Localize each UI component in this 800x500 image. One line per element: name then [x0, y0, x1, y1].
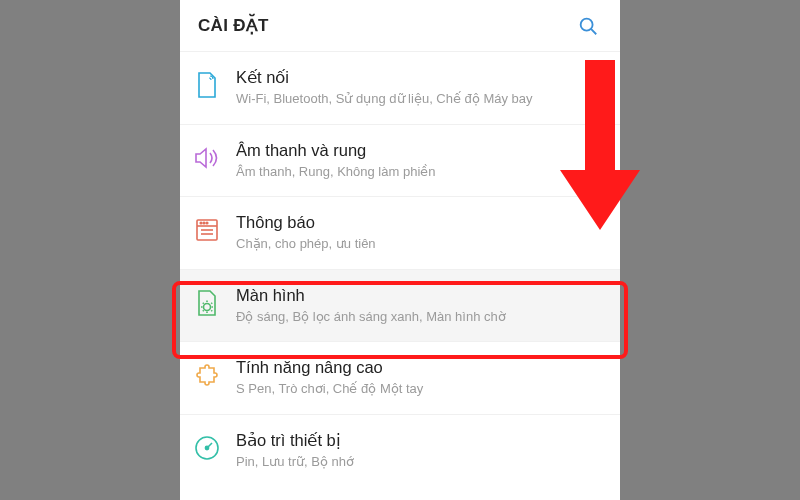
- item-subtitle: Pin, Lưu trữ, Bộ nhớ: [236, 453, 602, 471]
- settings-list: Kết nối Wi-Fi, Bluetooth, Sử dụng dữ liệ…: [180, 52, 620, 486]
- settings-item-connections[interactable]: Kết nối Wi-Fi, Bluetooth, Sử dụng dữ liệ…: [180, 52, 620, 124]
- item-subtitle: S Pen, Trò chơi, Chế độ Một tay: [236, 380, 602, 398]
- settings-item-maintenance[interactable]: Bảo trì thiết bị Pin, Lưu trữ, Bộ nhớ: [180, 414, 620, 487]
- item-subtitle: Chặn, cho phép, ưu tiên: [236, 235, 602, 253]
- svg-line-14: [203, 302, 204, 303]
- svg-point-9: [204, 303, 211, 310]
- item-subtitle: Âm thanh, Rung, Không làm phiền: [236, 163, 602, 181]
- svg-point-6: [206, 222, 208, 224]
- svg-point-4: [200, 222, 202, 224]
- svg-line-16: [203, 310, 204, 311]
- svg-line-15: [211, 302, 212, 303]
- sim-icon: [192, 70, 222, 100]
- settings-item-advanced[interactable]: Tính năng nâng cao S Pen, Trò chơi, Chế …: [180, 341, 620, 414]
- item-subtitle: Wi-Fi, Bluetooth, Sử dụng dữ liệu, Chế đ…: [236, 90, 602, 108]
- item-title: Kết nối: [236, 68, 602, 87]
- search-button[interactable]: [574, 12, 602, 40]
- svg-line-1: [591, 29, 596, 34]
- speaker-icon: [192, 143, 222, 173]
- header-bar: CÀI ĐẶT: [180, 0, 620, 52]
- search-icon: [577, 15, 599, 37]
- item-title: Màn hình: [236, 286, 602, 305]
- item-title: Thông báo: [236, 213, 602, 232]
- puzzle-icon: [192, 360, 222, 390]
- appwindow-icon: [192, 215, 222, 245]
- gauge-icon: [192, 433, 222, 463]
- svg-point-5: [203, 222, 205, 224]
- svg-line-17: [211, 310, 212, 311]
- settings-item-sound[interactable]: Âm thanh và rung Âm thanh, Rung, Không l…: [180, 124, 620, 197]
- settings-item-display[interactable]: Màn hình Độ sáng, Bộ lọc ánh sáng xanh, …: [180, 269, 620, 342]
- item-subtitle: Độ sáng, Bộ lọc ánh sáng xanh, Màn hình …: [236, 308, 602, 326]
- item-title: Tính năng nâng cao: [236, 358, 602, 377]
- item-title: Bảo trì thiết bị: [236, 431, 602, 450]
- item-title: Âm thanh và rung: [236, 141, 602, 160]
- svg-point-0: [581, 18, 593, 30]
- settings-item-notifications[interactable]: Thông báo Chặn, cho phép, ưu tiên: [180, 196, 620, 269]
- page-title: CÀI ĐẶT: [198, 15, 269, 36]
- display-icon: [192, 288, 222, 318]
- svg-point-19: [205, 446, 208, 449]
- settings-screen: CÀI ĐẶT Kết nối Wi-Fi, Bluetooth, Sử dụn…: [180, 0, 620, 500]
